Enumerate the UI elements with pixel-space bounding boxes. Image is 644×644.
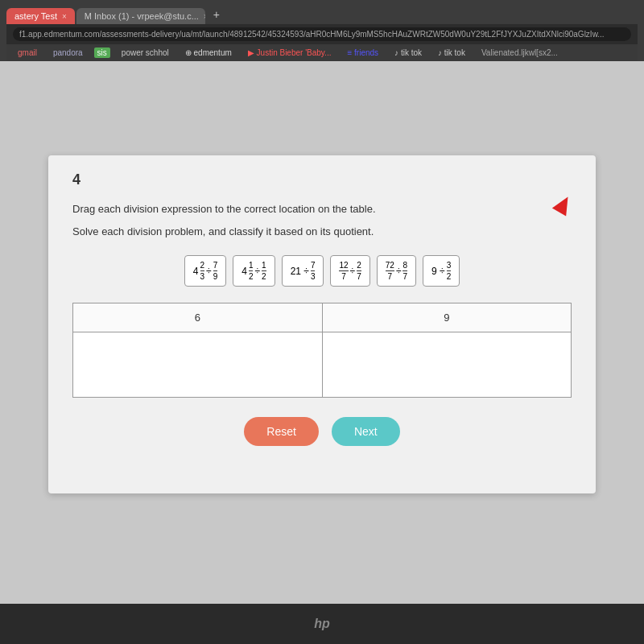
bookmark-gmail[interactable]: gmail (13, 47, 42, 59)
address-bar[interactable]: f1.app.edmentum.com/assessments-delivery… (13, 27, 631, 41)
instruction-1: Drag each division expression to the cor… (72, 201, 572, 217)
expr6-text: 9 ÷ 32 (431, 261, 451, 281)
bookmark-val[interactable]: Valienated.ljkwl[sx2... (477, 47, 563, 59)
expr1-text: 423 ÷ 79 (193, 261, 217, 281)
expressions-row: 423 ÷ 79 412 ÷ 12 21 ÷ 73 (72, 255, 572, 287)
question-number: 4 (72, 171, 572, 188)
bottom-bezel: hp (0, 604, 644, 644)
bookmark-sis[interactable]: sis (94, 47, 110, 58)
tab-add-button[interactable]: + (207, 5, 226, 24)
table-cell-col2[interactable] (322, 332, 572, 398)
bookmark-friends[interactable]: ≡ friends (342, 47, 383, 59)
tab-label: astery Test (14, 11, 57, 21)
bookmark-edmentum[interactable]: ⊕ edmentum (180, 47, 237, 59)
tab-close-icon[interactable]: × (62, 12, 67, 21)
address-bar-row: f1.app.edmentum.com/assessments-delivery… (6, 24, 638, 44)
expression-chip-3[interactable]: 21 ÷ 73 (282, 255, 324, 287)
expr3-text: 21 ÷ 73 (291, 261, 316, 281)
expression-chip-5[interactable]: 727 ÷ 87 (377, 255, 416, 287)
instruction-2: Solve each division problem, and classif… (72, 224, 572, 240)
tab-label-inbox: M Inbox (1) - vrpeek@stu.c... (85, 11, 199, 21)
bookmark-power[interactable]: power schhol (117, 47, 174, 59)
expression-chip-1[interactable]: 423 ÷ 79 (184, 255, 226, 287)
expr2-text: 412 ÷ 12 (242, 261, 266, 281)
next-button[interactable]: Next (332, 417, 400, 446)
hp-logo: hp (314, 617, 330, 631)
bookmarks-bar: gmail pandora sis power schhol ⊕ edmentu… (6, 44, 638, 61)
tab-inbox[interactable]: M Inbox (1) - vrpeek@stu.c... × (76, 8, 205, 24)
tab-mastery-test[interactable]: astery Test × (6, 8, 75, 24)
bookmark-tiktok1[interactable]: ♪ tik tok (390, 47, 427, 59)
expression-chip-4[interactable]: 127 ÷ 27 (330, 255, 369, 287)
expr4-text: 127 ÷ 27 (339, 261, 361, 281)
bookmark-tiktok2[interactable]: ♪ tik tok (433, 47, 470, 59)
screen-area: 4 Drag each division expression to the c… (0, 61, 644, 604)
table-cell-col1[interactable] (73, 332, 323, 398)
bookmark-justin[interactable]: ▶ Justin Bieber 'Baby... (243, 47, 336, 59)
tab-bar: astery Test × M Inbox (1) - vrpeek@stu.c… (6, 5, 638, 24)
expression-chip-6[interactable]: 9 ÷ 32 (423, 255, 460, 287)
expression-chip-2[interactable]: 412 ÷ 12 (233, 255, 275, 287)
tab-close-inbox-icon[interactable]: × (204, 12, 205, 21)
reset-button[interactable]: Reset (244, 417, 319, 446)
buttons-row: Reset Next (72, 417, 572, 446)
bookmark-pandora[interactable]: pandora (48, 47, 88, 59)
table-col1-header: 6 (73, 303, 323, 332)
sort-table: 6 9 (72, 303, 572, 398)
expr5-text: 727 ÷ 87 (386, 261, 407, 281)
browser-chrome: astery Test × M Inbox (1) - vrpeek@stu.c… (0, 0, 644, 61)
content-panel: 4 Drag each division expression to the c… (48, 155, 596, 493)
table-col2-header: 9 (322, 303, 572, 332)
